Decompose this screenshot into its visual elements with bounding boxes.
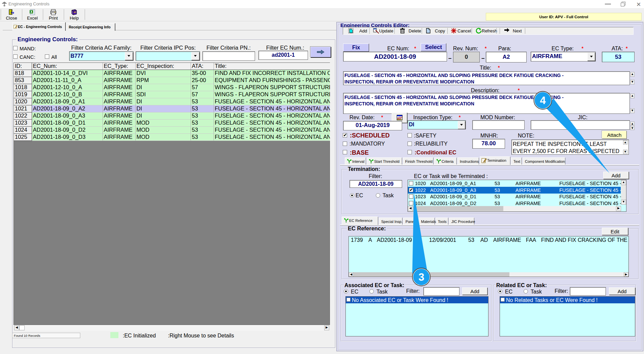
svg-text:4: 4	[540, 95, 546, 106]
svg-text:3: 3	[418, 271, 424, 283]
